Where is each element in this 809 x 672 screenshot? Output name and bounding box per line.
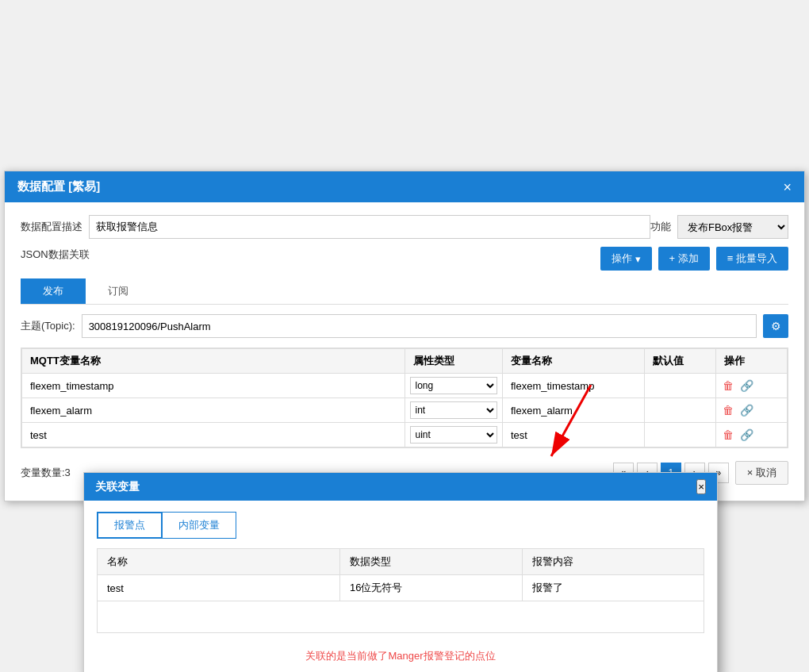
note-text: 关联的是当前做了Manger报警登记的点位 — [97, 641, 704, 666]
row2-action-cell: 🗑 🔗 — [716, 398, 788, 423]
toolbar-row: 操作 ▾ + 添加 ≡ 批量导入 — [600, 247, 788, 271]
row1-name-input[interactable] — [27, 378, 400, 394]
json-label: JSON数据关联 — [21, 248, 90, 262]
dropdown-arrow-icon: ▾ — [635, 253, 641, 265]
sub-th-type: 数据类型 — [340, 549, 523, 575]
mqtt-table-container: MQTT变量名称 属性类型 变量名称 默认值 操作 — [21, 348, 788, 448]
row2-default-input[interactable] — [650, 403, 711, 418]
row2-name-input[interactable] — [27, 403, 400, 418]
func-select[interactable]: 发布FBox报警 订阅 其他 — [677, 215, 788, 239]
table-header-row: MQTT变量名称 属性类型 变量名称 默认值 操作 — [22, 349, 788, 374]
desc-label: 数据配置描述 — [21, 220, 82, 234]
row1-link-button[interactable]: 🔗 — [738, 378, 755, 394]
row3-varname-input[interactable] — [508, 428, 640, 443]
row3-delete-button[interactable]: 🗑 — [721, 427, 735, 443]
gear-icon: ⚙ — [771, 320, 781, 332]
publish-subscribe-tabs: 发布 订阅 — [21, 278, 788, 305]
sub-tab-alarm[interactable]: 报警点 — [97, 512, 163, 539]
sub-row1-type: 16位无符号 — [340, 575, 523, 601]
sub-tab-row: 报警点 内部变量 — [97, 512, 704, 539]
cancel-button[interactable]: × 取消 — [735, 461, 788, 485]
operate-button[interactable]: 操作 ▾ — [600, 247, 652, 271]
th-var-name: 变量名称 — [502, 349, 645, 374]
row3-type-select[interactable]: long int uint float string bool — [410, 426, 497, 444]
row1-type-select[interactable]: long int uint float string bool — [410, 377, 497, 394]
desc-input[interactable] — [89, 215, 650, 239]
tab-publish[interactable]: 发布 — [21, 278, 86, 304]
row1-varname-input[interactable] — [508, 378, 640, 394]
row2-type-cell: long int uint float string bool — [404, 398, 502, 423]
main-dialog: 数据配置 [繁易] × 数据配置描述 功能 发布FBox报警 订阅 其他 — [4, 171, 805, 501]
row1-type-cell: long int uint float string bool — [404, 374, 502, 398]
row1-actions: 🗑 🔗 — [721, 378, 782, 394]
row3-type-cell: long int uint float string bool — [404, 423, 502, 447]
var-count-label: 变量数量:3 — [21, 466, 71, 480]
sub-table-header-row: 名称 数据类型 报警内容 — [98, 549, 704, 575]
row2-actions: 🗑 🔗 — [721, 402, 782, 418]
func-row: 功能 发布FBox报警 订阅 其他 — [650, 215, 788, 239]
row3-actions: 🗑 🔗 — [721, 427, 782, 443]
table-row: long int uint float string bool — [22, 374, 788, 398]
row2-varname-cell — [502, 398, 645, 423]
main-dialog-header: 数据配置 [繁易] × — [5, 171, 804, 202]
func-label: 功能 — [650, 220, 671, 234]
sub-row1-alarm: 报警了 — [522, 575, 704, 601]
row1-default-input[interactable] — [650, 378, 711, 394]
table-row: long int uint float string bool — [22, 423, 788, 447]
row3-default-input[interactable] — [650, 428, 711, 443]
sub-dialog-body: 报警点 内部变量 名称 数据类型 报警内容 test — [84, 501, 717, 672]
sub-row1-name: test — [98, 575, 340, 601]
row3-action-cell: 🗑 🔗 — [716, 423, 788, 447]
th-default: 默认值 — [645, 349, 716, 374]
topic-row: 主题(Topic): ⚙ — [21, 314, 788, 338]
th-mqtt-name: MQTT变量名称 — [22, 349, 405, 374]
main-dialog-close-button[interactable]: × — [783, 180, 792, 194]
row1-delete-button[interactable]: 🗑 — [721, 378, 735, 394]
sub-table-row: test 16位无符号 报警了 — [98, 575, 704, 601]
topic-label: 主题(Topic): — [21, 319, 75, 333]
mqtt-table: MQTT变量名称 属性类型 变量名称 默认值 操作 — [21, 348, 788, 447]
row2-default-cell — [645, 398, 716, 423]
row1-default-cell — [645, 374, 716, 398]
row1-name-cell — [22, 374, 405, 398]
row3-name-input[interactable] — [27, 428, 400, 443]
row3-link-button[interactable]: 🔗 — [738, 427, 755, 443]
row1-varname-cell — [502, 374, 645, 398]
th-action: 操作 — [716, 349, 788, 374]
topic-input[interactable] — [82, 314, 757, 338]
row2-type-select[interactable]: long int uint float string bool — [410, 401, 497, 419]
row2-name-cell — [22, 398, 405, 423]
row2-varname-input[interactable] — [508, 403, 640, 418]
sub-dialog-close-button[interactable]: × — [696, 479, 706, 494]
add-button[interactable]: + 添加 — [658, 247, 710, 271]
row3-varname-cell — [502, 423, 645, 447]
main-dialog-title: 数据配置 [繁易] — [17, 179, 100, 194]
sub-tab-internal[interactable]: 内部变量 — [163, 512, 236, 539]
row3-default-cell — [645, 423, 716, 447]
tab-subscribe[interactable]: 订阅 — [86, 278, 151, 304]
row2-delete-button[interactable]: 🗑 — [721, 402, 735, 418]
row1-action-cell: 🗑 🔗 — [716, 374, 788, 398]
sub-dialog-header: 关联变量 × — [84, 473, 717, 501]
main-dialog-body: 数据配置描述 功能 发布FBox报警 订阅 其他 JSON数据关联 操作 — [5, 202, 804, 501]
row2-link-button[interactable]: 🔗 — [738, 402, 755, 418]
sub-th-alarm: 报警内容 — [522, 549, 704, 575]
th-attr-type: 属性类型 — [404, 349, 502, 374]
sub-empty-cell — [98, 601, 704, 633]
sub-dialog-overlay: 关联变量 × 报警点 内部变量 名称 数据类型 报警内容 — [83, 472, 718, 672]
sub-dialog-title: 关联变量 — [95, 480, 140, 494]
batch-import-button[interactable]: ≡ 批量导入 — [716, 247, 788, 271]
sub-table-empty-row — [98, 601, 704, 633]
sub-dialog: 关联变量 × 报警点 内部变量 名称 数据类型 报警内容 — [83, 472, 718, 672]
row3-name-cell — [22, 423, 405, 447]
sub-table: 名称 数据类型 报警内容 test 16位无符号 报警了 — [97, 548, 704, 633]
table-row: long int uint float string bool — [22, 398, 788, 423]
top-config-row: 数据配置描述 功能 发布FBox报警 订阅 其他 — [21, 215, 788, 239]
topic-settings-button[interactable]: ⚙ — [763, 314, 788, 338]
sub-th-name: 名称 — [98, 549, 340, 575]
